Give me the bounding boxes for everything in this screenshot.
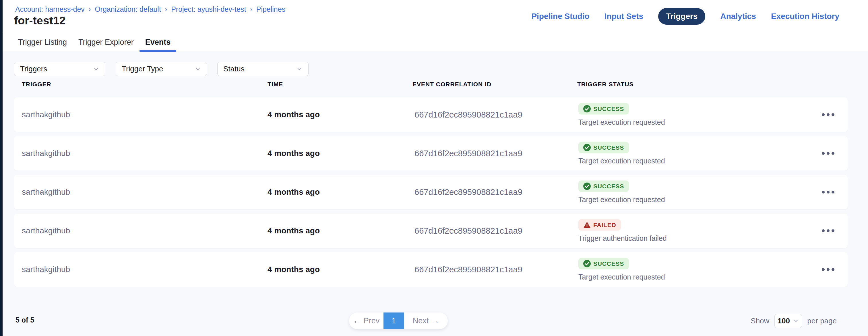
status-badge: SUCCESS <box>578 103 629 115</box>
more-options-icon <box>832 268 834 271</box>
collapsed-sidenav-strip <box>0 0 3 336</box>
more-options-icon <box>827 268 830 271</box>
per-page-label: per page <box>807 316 837 325</box>
status-badge: SUCCESS <box>578 180 629 192</box>
status-badge-label: FAILED <box>593 222 616 229</box>
chevron-down-icon <box>93 66 99 72</box>
more-options-icon <box>822 191 825 194</box>
triggers-filter-dropdown[interactable]: Triggers <box>14 62 105 76</box>
status-badge: SUCCESS <box>578 258 629 269</box>
pipeline-nav: Pipeline Studio Input Sets Triggers Anal… <box>531 0 839 33</box>
column-header-trigger: TRIGGER <box>22 81 51 88</box>
status-badge-label: SUCCESS <box>593 183 624 190</box>
trigger-name: sarthakgithub <box>22 265 70 274</box>
breadcrumb-separator-icon: › <box>250 6 252 13</box>
status-message: Target execution requested <box>578 196 665 204</box>
tab-trigger-explorer[interactable]: Trigger Explorer <box>73 33 140 52</box>
tab-events[interactable]: Events <box>140 33 177 52</box>
triggers-filter-label: Triggers <box>20 65 47 73</box>
breadcrumb-separator-icon: › <box>89 6 91 13</box>
event-correlation-id: 667d16f2ec895908821c1aa9 <box>414 149 522 158</box>
tab-bar: Trigger Listing Trigger Explorer Events <box>3 33 868 52</box>
chevron-down-icon <box>793 318 799 324</box>
status-message: Target execution requested <box>578 157 665 165</box>
items-count: 5 of 5 <box>16 316 34 324</box>
column-header-trigger-status: TRIGGER STATUS <box>577 81 633 88</box>
status-badge-label: SUCCESS <box>593 260 624 267</box>
next-label: Next <box>413 316 429 325</box>
table-row: sarthakgithub 4 months ago 667d16f2ec895… <box>14 252 848 287</box>
trigger-type-filter-label: Trigger Type <box>122 65 163 73</box>
status-message: Target execution requested <box>578 118 665 127</box>
tab-trigger-listing[interactable]: Trigger Listing <box>12 33 73 52</box>
trigger-status-cell: FAILED Trigger authentication failed <box>578 219 667 242</box>
breadcrumb-org-link[interactable]: Organization: default <box>95 5 161 13</box>
more-options-icon <box>832 229 834 232</box>
breadcrumb: Account: harness-dev › Organization: def… <box>15 5 285 13</box>
breadcrumb-account-link[interactable]: Account: harness-dev <box>15 5 85 13</box>
breadcrumb-separator-icon: › <box>165 6 167 13</box>
current-page-button[interactable]: 1 <box>383 312 404 329</box>
column-header-time: TIME <box>268 81 283 88</box>
event-time: 4 months ago <box>268 188 320 197</box>
table-row: sarthakgithub 4 months ago 667d16f2ec895… <box>14 175 848 209</box>
page-size-select[interactable]: 100 <box>774 314 802 328</box>
status-badge: SUCCESS <box>578 142 629 154</box>
success-check-icon <box>583 105 591 113</box>
event-correlation-id: 667d16f2ec895908821c1aa9 <box>414 188 522 197</box>
row-actions-button[interactable] <box>817 183 840 201</box>
next-page-button[interactable]: Next → <box>404 312 448 329</box>
arrow-right-icon: → <box>431 316 439 325</box>
event-correlation-id: 667d16f2ec895908821c1aa9 <box>414 110 522 120</box>
table-row: sarthakgithub 4 months ago 667d16f2ec895… <box>14 213 848 248</box>
more-options-icon <box>822 229 825 232</box>
pagination: ← Prev 1 Next → <box>349 312 448 329</box>
status-message: Trigger authentication failed <box>578 234 667 242</box>
status-filter-dropdown[interactable]: Status <box>217 62 309 76</box>
trigger-type-filter-dropdown[interactable]: Trigger Type <box>116 62 207 76</box>
status-badge-label: SUCCESS <box>593 144 624 151</box>
table-row: sarthakgithub 4 months ago 667d16f2ec895… <box>14 98 848 132</box>
event-time: 4 months ago <box>268 149 320 158</box>
status-filter-label: Status <box>223 65 245 73</box>
row-actions-button[interactable] <box>817 261 840 278</box>
breadcrumb-project-link[interactable]: Project: ayushi-dev-test <box>171 5 246 13</box>
nav-execution-history[interactable]: Execution History <box>771 12 839 21</box>
trigger-name: sarthakgithub <box>22 149 70 158</box>
event-time: 4 months ago <box>268 226 320 235</box>
warning-triangle-icon <box>583 221 591 229</box>
trigger-status-cell: SUCCESS Target execution requested <box>578 180 665 204</box>
page-title: for-test12 <box>14 14 66 27</box>
row-actions-button[interactable] <box>817 106 840 123</box>
event-time: 4 months ago <box>268 265 320 274</box>
nav-input-sets[interactable]: Input Sets <box>604 12 643 21</box>
row-actions-button[interactable] <box>817 145 840 162</box>
more-options-icon <box>822 268 825 271</box>
nav-analytics[interactable]: Analytics <box>720 12 756 21</box>
event-time: 4 months ago <box>268 110 320 119</box>
more-options-icon <box>832 113 834 116</box>
row-actions-button[interactable] <box>817 222 840 239</box>
chevron-down-icon <box>296 66 303 72</box>
more-options-icon <box>827 191 830 194</box>
prev-label: Prev <box>364 316 380 325</box>
trigger-name: sarthakgithub <box>22 188 70 197</box>
trigger-status-cell: SUCCESS Target execution requested <box>578 142 665 165</box>
success-check-icon <box>583 260 591 267</box>
show-label: Show <box>751 316 769 325</box>
filter-bar: Triggers Trigger Type Status <box>14 62 309 76</box>
page-header: Account: harness-dev › Organization: def… <box>3 0 868 33</box>
trigger-name: sarthakgithub <box>22 110 70 119</box>
page-size-value: 100 <box>778 316 790 325</box>
prev-page-button[interactable]: ← Prev <box>349 312 383 329</box>
status-badge-label: SUCCESS <box>593 105 624 112</box>
event-correlation-id: 667d16f2ec895908821c1aa9 <box>414 265 522 274</box>
more-options-icon <box>827 152 830 155</box>
nav-triggers[interactable]: Triggers <box>658 8 705 25</box>
more-options-icon <box>827 113 830 116</box>
breadcrumb-pipelines-link[interactable]: Pipelines <box>256 5 285 13</box>
events-content: Triggers Trigger Type Status TRIGGER TIM… <box>3 52 868 336</box>
more-options-icon <box>822 113 825 116</box>
nav-pipeline-studio[interactable]: Pipeline Studio <box>531 12 589 21</box>
arrow-left-icon: ← <box>353 316 361 325</box>
